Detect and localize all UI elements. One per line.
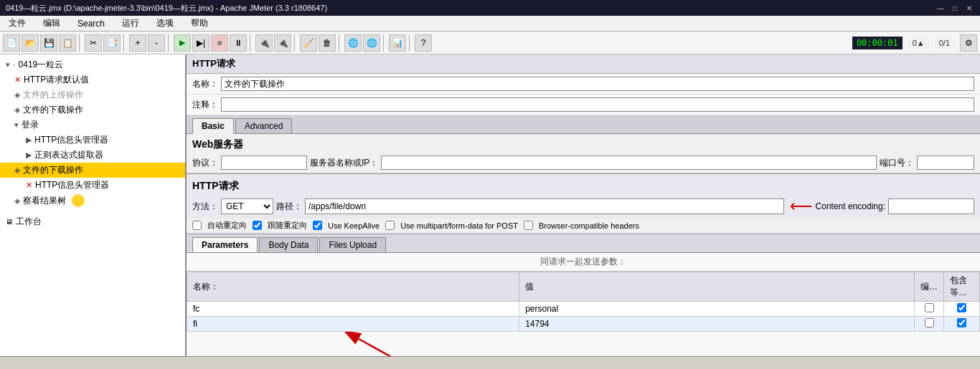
cb-follow-redirect[interactable]: [253, 221, 262, 230]
port-label: 端口号：: [880, 157, 914, 169]
tb-new[interactable]: 📄: [3, 34, 20, 52]
settings-button[interactable]: ⚙: [960, 34, 977, 52]
tab-basic[interactable]: Basic: [192, 118, 234, 134]
cursor-indicator: [72, 194, 85, 207]
tb-open[interactable]: 📂: [22, 34, 39, 52]
tb-expand[interactable]: +: [129, 34, 146, 52]
toolbar-sep-1: [79, 34, 82, 52]
col-value: 值: [519, 272, 915, 302]
cb-include-2[interactable]: [957, 318, 966, 327]
tree-label-download: 文件的下载操作: [23, 104, 83, 116]
cb-multipart-label: Use multipart/form-data for POST: [400, 221, 518, 230]
cell-value-1: personal: [519, 302, 915, 317]
comment-input[interactable]: [221, 97, 974, 112]
toolbar-sep-7: [383, 34, 386, 52]
tb-copy[interactable]: 📑: [103, 34, 121, 52]
arrow-icon-1: ▶: [26, 135, 32, 145]
alert-display: 0▲: [908, 37, 929, 49]
tree-item-http-default[interactable]: ✕ HTTP请求默认值: [0, 72, 185, 87]
tb-shutdown[interactable]: ⏸: [230, 34, 247, 52]
menu-search[interactable]: Search: [75, 17, 108, 30]
tb-start-no-pause[interactable]: ▶|: [192, 34, 209, 52]
comment-label: 注释：: [192, 99, 218, 111]
cb-include-1[interactable]: [957, 303, 966, 312]
menu-run[interactable]: 运行: [119, 16, 142, 31]
expand-icon-2: ▾: [14, 120, 19, 130]
cb-auto-redirect[interactable]: [192, 221, 202, 230]
tree-item-download[interactable]: ◈ 文件的下载操作: [0, 102, 185, 118]
window-title: 0419—粒云.jmx (D:\apache-jmeter-3.3\bin\04…: [6, 3, 327, 14]
tree-item-regex[interactable]: ▶ 正则表达式提取器: [0, 148, 185, 163]
sub-tabs-bar: Parameters Body Data Files Upload: [187, 234, 980, 253]
menu-edit[interactable]: 编辑: [40, 16, 63, 31]
protocol-input[interactable]: [221, 155, 307, 170]
params-table-container: 名称： 值 编… 包含等… fc personal fi: [187, 272, 980, 356]
bullet-icon: ◦: [13, 61, 16, 69]
cell-name-1: fc: [187, 302, 519, 317]
tb-browse[interactable]: 🌐: [344, 34, 362, 52]
cb-encode-1[interactable]: [925, 303, 934, 312]
tb-stop[interactable]: ■: [211, 34, 228, 52]
tree-label-download-selected: 文件的下载操作: [23, 164, 83, 176]
path-input[interactable]: [305, 198, 784, 214]
col-encode: 编…: [915, 272, 944, 302]
left-panel: ▾ ◦ 0419一粒云 ✕ HTTP请求默认值 ◈ 文件的上传操作 ◈ 文件的下…: [0, 54, 187, 356]
tb-remote-start[interactable]: 🔌: [255, 34, 273, 52]
x-icon-1: ✕: [14, 75, 21, 85]
sub-tab-parameters[interactable]: Parameters: [192, 237, 258, 252]
name-input[interactable]: [221, 77, 974, 91]
tb-remote-stop[interactable]: 🔌: [274, 34, 291, 52]
close-button[interactable]: ✕: [964, 3, 974, 13]
sub-tab-files-upload[interactable]: Files Upload: [319, 237, 386, 252]
workspace-icon: 🖥: [6, 218, 13, 226]
cb-multipart[interactable]: [385, 221, 395, 230]
http-request-title: HTTP请求: [187, 176, 980, 194]
window-controls: — □ ✕: [936, 3, 974, 13]
tb-clear-all[interactable]: 🗑: [319, 34, 336, 52]
method-label: 方法：: [192, 201, 218, 213]
col-name: 名称：: [187, 272, 519, 302]
tb-collapse[interactable]: -: [148, 34, 165, 52]
tree-label-upload: 文件的上传操作: [23, 89, 83, 101]
cb-auto-redirect-label: 自动重定向: [207, 220, 247, 231]
panel-title: HTTP请求: [192, 58, 235, 69]
cb-browser-compat[interactable]: [524, 221, 533, 230]
tb-clear[interactable]: 🧹: [300, 34, 317, 52]
tree-item-login[interactable]: ▾ 登录: [0, 118, 185, 133]
path-label: 路径：: [276, 201, 302, 213]
tab-advanced[interactable]: Advanced: [235, 118, 292, 133]
minimize-button[interactable]: —: [936, 3, 946, 13]
tb-start[interactable]: ▶: [174, 34, 191, 52]
content-encoding-input[interactable]: [888, 198, 974, 214]
tree-item-upload[interactable]: ◈ 文件的上传操作: [0, 87, 185, 102]
port-input[interactable]: [917, 155, 974, 170]
tree-item-header-2[interactable]: ✕ HTTP信息头管理器: [0, 178, 185, 193]
toolbar: 📄 📂 💾 📋 ✂ 📑 + - ▶ ▶| ■ ⏸ 🔌 🔌 🧹 🗑 🌐 🌐 📊 ?…: [0, 32, 980, 54]
annotation-arrow-svg: [330, 332, 473, 356]
toolbar-sep-5: [294, 34, 297, 52]
tree-item-workspace[interactable]: 🖥 工作台: [0, 214, 185, 229]
tb-save[interactable]: 💾: [40, 34, 57, 52]
tree-item-root[interactable]: ▾ ◦ 0419一粒云: [0, 57, 185, 72]
tree-item-header-1[interactable]: ▶ HTTP信息头管理器: [0, 133, 185, 148]
toolbar-right: 00:00:01 0▲ 0/1 ⚙: [852, 34, 977, 52]
maximize-button[interactable]: □: [950, 3, 960, 13]
menu-help[interactable]: 帮助: [188, 16, 211, 31]
sub-tab-body-data[interactable]: Body Data: [259, 237, 318, 252]
cb-encode-2[interactable]: [925, 318, 934, 327]
method-select[interactable]: GET POST PUT DELETE: [221, 198, 273, 214]
tree-item-download-selected[interactable]: ◈ 文件的下载操作: [0, 163, 185, 178]
tb-browse2[interactable]: 🌐: [363, 34, 380, 52]
tb-cut[interactable]: ✂: [85, 34, 102, 52]
panel-header: HTTP请求: [187, 54, 980, 74]
tb-help[interactable]: ?: [415, 34, 432, 52]
tb-template[interactable]: 📊: [389, 34, 406, 52]
tb-save2[interactable]: 📋: [59, 34, 76, 52]
tree-item-result[interactable]: ◈ 察看结果树: [0, 193, 185, 209]
menu-options[interactable]: 选项: [154, 16, 176, 31]
cb-keepalive[interactable]: [313, 221, 322, 230]
annotation-area: 文件id: [187, 332, 980, 356]
menu-file[interactable]: 文件: [6, 16, 29, 31]
server-input[interactable]: [381, 155, 877, 170]
tree-label-root: 0419一粒云: [19, 59, 64, 71]
